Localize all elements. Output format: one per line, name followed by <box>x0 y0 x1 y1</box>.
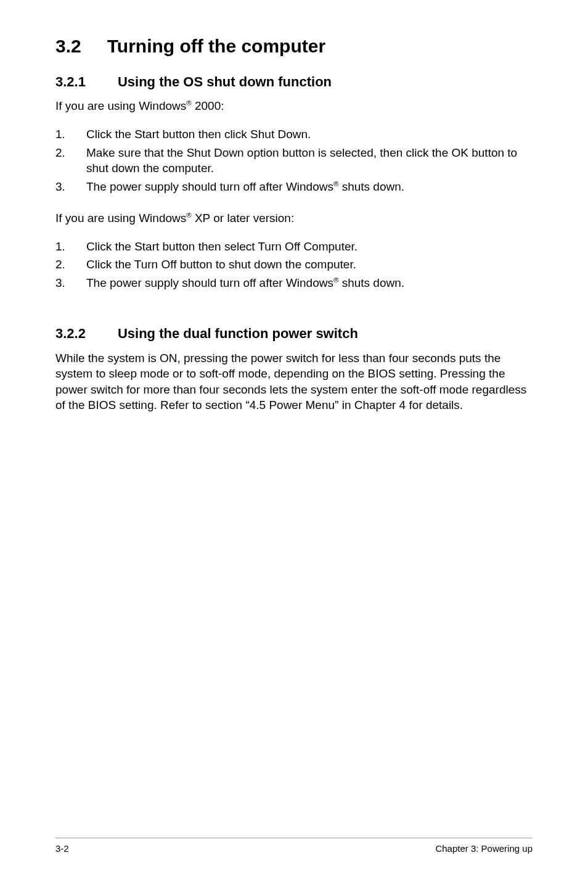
subsection-2-title: 3.2.2Using the dual function power switc… <box>55 326 533 342</box>
intro-paragraph-1: If you are using Windows® 2000: <box>55 99 533 114</box>
section-title: 3.2Turning off the computer <box>55 36 533 57</box>
page-content: 3.2Turning off the computer 3.2.1Using t… <box>0 0 588 413</box>
steps-list-1: 1. Click the Start button then click Shu… <box>55 126 533 195</box>
step-suffix: shuts down. <box>338 276 404 289</box>
step-text: Make sure that the Shut Down option butt… <box>86 145 533 176</box>
list-item: 2. Make sure that the Shut Down option b… <box>55 145 533 176</box>
step-text: The power supply should turn off after W… <box>86 179 533 195</box>
registered-mark: ® <box>186 212 191 219</box>
step-text: Click the Start button then click Shut D… <box>86 126 533 142</box>
intro1-suffix: 2000: <box>192 99 224 112</box>
page-footer: 3-2 Chapter 3: Powering up <box>55 838 533 854</box>
list-item: 3. The power supply should turn off afte… <box>55 275 533 291</box>
registered-mark: ® <box>186 99 191 107</box>
body-paragraph: While the system is ON, pressing the pow… <box>55 350 533 414</box>
step-suffix: shuts down. <box>338 180 404 193</box>
subsection-1-number: 3.2.1 <box>55 74 86 90</box>
step-number: 1. <box>55 239 86 255</box>
step-number: 2. <box>55 257 86 273</box>
list-item: 2. Click the Turn Off button to shut dow… <box>55 257 533 273</box>
intro2-prefix: If you are using Windows <box>55 212 186 225</box>
subsection-2-number: 3.2.2 <box>55 326 86 342</box>
list-item: 1. Click the Start button then click Shu… <box>55 126 533 142</box>
step-text: The power supply should turn off after W… <box>86 275 533 291</box>
step-prefix: The power supply should turn off after W… <box>86 180 333 193</box>
subsection-1-title-text: Using the OS shut down function <box>118 74 332 89</box>
step-text: Click the Turn Off button to shut down t… <box>86 257 533 273</box>
chapter-label: Chapter 3: Powering up <box>435 843 533 854</box>
intro-paragraph-2: If you are using Windows® XP or later ve… <box>55 211 533 226</box>
section-number: 3.2 <box>55 36 81 57</box>
step-prefix: The power supply should turn off after W… <box>86 276 333 289</box>
step-number: 3. <box>55 275 86 291</box>
step-number: 1. <box>55 126 86 142</box>
intro2-suffix: XP or later version: <box>192 212 295 225</box>
intro1-prefix: If you are using Windows <box>55 99 186 112</box>
section-title-text: Turning off the computer <box>107 36 325 56</box>
subsection-1-title: 3.2.1Using the OS shut down function <box>55 74 533 90</box>
step-number: 2. <box>55 145 86 176</box>
list-item: 1. Click the Start button then select Tu… <box>55 239 533 255</box>
list-item: 3. The power supply should turn off afte… <box>55 179 533 195</box>
steps-list-2: 1. Click the Start button then select Tu… <box>55 239 533 291</box>
step-number: 3. <box>55 179 86 195</box>
step-text: Click the Start button then select Turn … <box>86 239 533 255</box>
page-number: 3-2 <box>55 843 69 854</box>
subsection-2-title-text: Using the dual function power switch <box>118 326 358 341</box>
